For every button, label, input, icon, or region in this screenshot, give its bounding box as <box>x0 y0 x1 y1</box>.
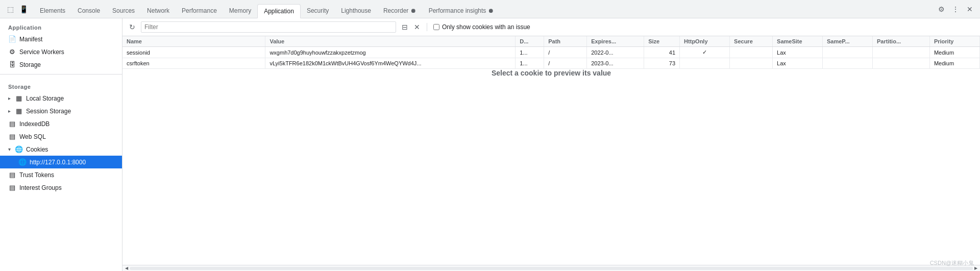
cell-name: csrftoken <box>122 58 265 69</box>
storage-section-title: Storage <box>0 78 122 92</box>
app-section-title: Application <box>0 18 122 33</box>
cell-samesite: Lax <box>773 58 823 69</box>
col-header-samesite[interactable]: SameSite <box>773 36 823 47</box>
cell-samesite: Lax <box>773 47 823 58</box>
cell-value: vLyi5kTFR6e182k0M1ckWtBvUH4GVosf6Ym4WeQY… <box>265 58 516 69</box>
cell-samep <box>823 58 873 69</box>
tab-network[interactable]: Network <box>141 4 176 18</box>
tab-performance_insights_[interactable]: Performance insights ⏺ <box>423 4 500 18</box>
sidebar-divider <box>0 74 122 75</box>
tab-application[interactable]: Application <box>257 4 301 18</box>
settings-icon[interactable]: ⚙ <box>935 3 947 15</box>
preview-area: Select a cookie to preview its value <box>122 69 980 77</box>
sidebar-group-local-storage[interactable]: ▸▦Local Storage <box>0 92 122 105</box>
hscroll-track[interactable] <box>130 267 973 270</box>
tab-lighthouse[interactable]: Lighthouse <box>335 4 377 18</box>
cell-secure <box>730 47 773 58</box>
col-header-size[interactable]: Size <box>644 36 680 47</box>
tab-performance[interactable]: Performance <box>176 4 223 18</box>
hscroll-right[interactable]: ▶ <box>973 265 979 272</box>
cell-name: sessionid <box>122 47 265 58</box>
sidebar-item-interest-groups[interactable]: ▤Interest Groups <box>0 181 122 194</box>
sidebar-group-session-storage[interactable]: ▸▦Session Storage <box>0 105 122 117</box>
cell-path: / <box>544 47 587 58</box>
device-icon[interactable]: 📱 <box>17 3 30 15</box>
sidebar-item-service-workers[interactable]: ⚙Service Workers <box>0 45 122 58</box>
more-icon[interactable]: ⋮ <box>949 3 962 15</box>
cell-samep <box>823 47 873 58</box>
col-header-value[interactable]: Value <box>265 36 516 47</box>
cell-path: / <box>544 58 587 69</box>
sidebar-item-storage[interactable]: 🗄Storage <box>0 58 122 71</box>
col-header-partitio-[interactable]: Partitio... <box>872 36 929 47</box>
tab-console[interactable]: Console <box>71 4 106 18</box>
cell-value: wxgmh7d0g9huyhouwfzzakxpzetzmog <box>265 47 516 58</box>
cell-expires: 2022-0... <box>587 47 644 58</box>
sidebar-group-cookies[interactable]: ▾🌐Cookies <box>0 143 122 156</box>
cell-size: 73 <box>644 58 680 69</box>
col-header-priority[interactable]: Priority <box>929 36 979 47</box>
table-row[interactable]: csrftokenvLyi5kTFR6e182k0M1ckWtBvUH4GVos… <box>122 58 980 69</box>
cell-secure <box>730 58 773 69</box>
close-devtools-icon[interactable]: ✕ <box>964 3 976 15</box>
preview-text: Select a cookie to preview its value <box>492 69 611 77</box>
cell-priority: Medium <box>929 47 979 58</box>
cell-partition <box>872 58 929 69</box>
tab-bar: ⬚ 📱 ElementsConsoleSourcesNetworkPerform… <box>0 0 980 18</box>
col-header-expires-[interactable]: Expires... <box>587 36 644 47</box>
tab-sources[interactable]: Sources <box>106 4 141 18</box>
tabs: ElementsConsoleSourcesNetworkPerformance… <box>34 0 935 18</box>
delete-icon[interactable]: ✕ <box>411 21 423 33</box>
cell-httponly: ✓ <box>680 47 730 58</box>
manifest-icon: 📄 <box>8 35 16 43</box>
col-header-path[interactable]: Path <box>544 36 587 47</box>
service workers-icon: ⚙ <box>8 48 16 56</box>
refresh-button[interactable]: ↻ <box>127 21 138 33</box>
toolbar-separator <box>427 23 427 31</box>
sidebar-item-web-sql[interactable]: ▤Web SQL <box>0 130 122 143</box>
cookie-table: NameValueD...PathExpires...SizeHttpOnlyS… <box>122 36 980 69</box>
inspect-icon[interactable]: ⬚ <box>4 3 16 15</box>
issue-filter-checkbox[interactable] <box>433 24 439 30</box>
cell-httponly <box>680 58 730 69</box>
cell-domain: 1... <box>516 47 544 58</box>
tab-security[interactable]: Security <box>301 4 335 18</box>
cell-size: 41 <box>644 47 680 58</box>
toolbar: ↻ ⊟ ✕ Only show cookies with an issue <box>122 18 980 36</box>
cell-domain: 1... <box>516 58 544 69</box>
col-header-name[interactable]: Name <box>122 36 265 47</box>
main: Application 📄Manifest⚙Service Workers🗄St… <box>0 18 980 271</box>
filter-input[interactable] <box>141 21 396 33</box>
right-panel: ↻ ⊟ ✕ Only show cookies with an issue Na… <box>122 18 980 271</box>
sidebar-item-manifest[interactable]: 📄Manifest <box>0 33 122 45</box>
hscroll-bar: ◀ ▶ <box>122 265 980 271</box>
col-header-d-[interactable]: D... <box>516 36 544 47</box>
col-header-secure[interactable]: Secure <box>730 36 773 47</box>
sidebar-item-trust-tokens[interactable]: ▤Trust Tokens <box>0 168 122 181</box>
cell-priority: Medium <box>929 58 979 69</box>
col-header-httponly[interactable]: HttpOnly <box>680 36 730 47</box>
tab-memory[interactable]: Memory <box>223 4 257 18</box>
table-container: NameValueD...PathExpires...SizeHttpOnlyS… <box>122 36 980 265</box>
issue-filter-label[interactable]: Only show cookies with an issue <box>433 23 530 31</box>
table-row[interactable]: sessionidwxgmh7d0g9huyhouwfzzakxpzetzmog… <box>122 47 980 58</box>
col-header-samep-[interactable]: SameP... <box>823 36 873 47</box>
filter-options-icon[interactable]: ⊟ <box>399 21 410 33</box>
hscroll-left[interactable]: ◀ <box>124 265 130 272</box>
sidebar-item-indexeddb[interactable]: ▤IndexedDB <box>0 117 122 130</box>
tab-recorder_[interactable]: Recorder ⏺ <box>377 4 423 18</box>
storage-icon: 🗄 <box>8 61 16 68</box>
sidebar: Application 📄Manifest⚙Service Workers🗄St… <box>0 18 122 271</box>
tab-elements[interactable]: Elements <box>34 4 71 18</box>
sidebar-subitem-http-127-0-0-1-8000[interactable]: 🌐http://127.0.0.1:8000 <box>0 156 122 168</box>
cell-expires: 2023-0... <box>587 58 644 69</box>
cell-partition <box>872 47 929 58</box>
